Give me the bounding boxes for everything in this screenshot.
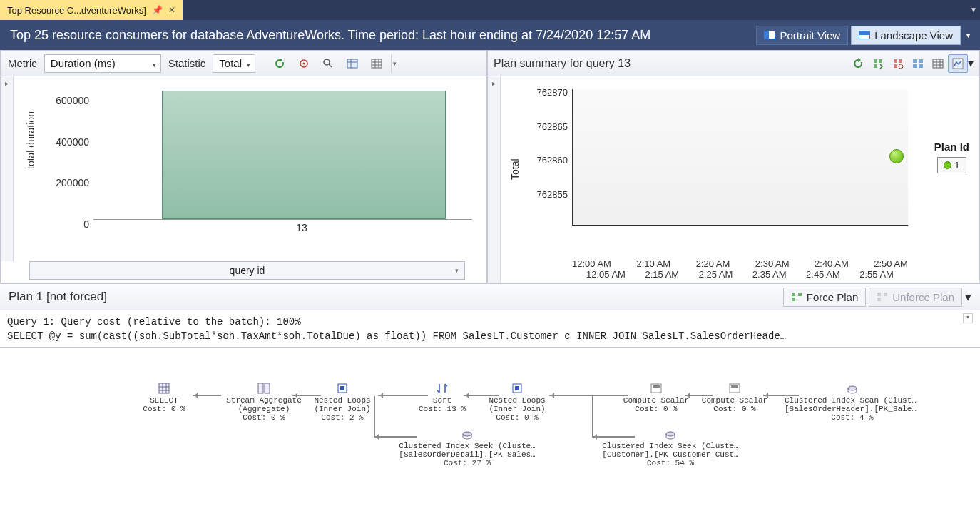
grid-detail-icon[interactable] bbox=[342, 54, 362, 73]
op-clustered-index-seek-1[interactable]: Clustered Index Seek (Cluste…[SalesOrder… bbox=[396, 428, 539, 467]
report-title: Top 25 resource consumers for database A… bbox=[10, 28, 756, 43]
force-plan-button[interactable]: Force Plan bbox=[783, 288, 867, 307]
metric-select[interactable]: Duration (ms)▾ bbox=[44, 54, 161, 73]
svg-rect-29 bbox=[651, 384, 661, 393]
chart-view-icon[interactable] bbox=[948, 54, 968, 73]
op-select[interactable]: SELECTCost: 0 % bbox=[128, 382, 200, 413]
op-clustered-index-seek-2[interactable]: Clustered Index Seek (Cluste…[Customer].… bbox=[599, 428, 742, 467]
legend-item-1[interactable]: 1 bbox=[937, 157, 966, 173]
svg-point-1 bbox=[303, 62, 305, 64]
left-pane-collapser[interactable]: ▸ bbox=[1, 76, 14, 261]
y-axis-label: Total bbox=[509, 158, 521, 180]
plan-summary-toolbar: Plan summary for query 13 ▾ bbox=[488, 51, 979, 76]
grid-icon[interactable] bbox=[367, 54, 387, 73]
plan-legend: Plan Id 1 bbox=[934, 141, 969, 173]
metric-label: Metric bbox=[5, 57, 40, 69]
target-icon[interactable] bbox=[294, 54, 314, 73]
y-axis-label: total duration bbox=[25, 111, 36, 169]
svg-rect-4 bbox=[372, 59, 382, 68]
svg-rect-7 bbox=[874, 64, 877, 68]
svg-point-11 bbox=[899, 64, 903, 69]
query-id-dropdown[interactable]: query id▾ bbox=[29, 261, 465, 280]
unforce-plan-button[interactable]: Unforce Plan bbox=[869, 288, 962, 307]
svg-point-2 bbox=[324, 59, 330, 65]
plan-title: Plan 1 [not forced] bbox=[9, 290, 107, 304]
svg-rect-14 bbox=[913, 64, 917, 68]
plan-info-bar: Plan 1 [not forced] Force Plan Unforce P… bbox=[0, 283, 980, 310]
plan-summary-title: Plan summary for query 13 bbox=[494, 57, 631, 70]
portrait-view-button[interactable]: Portrait View bbox=[756, 26, 848, 45]
refresh-icon[interactable] bbox=[848, 54, 868, 73]
legend-dot-icon bbox=[944, 161, 951, 169]
svg-rect-23 bbox=[877, 298, 881, 301]
svg-rect-16 bbox=[933, 59, 943, 68]
svg-rect-15 bbox=[919, 64, 923, 68]
op-compute-scalar-2[interactable]: Compute ScalarCost: 0 % bbox=[692, 382, 777, 413]
pin-icon[interactable]: 📌 bbox=[152, 5, 163, 15]
svg-rect-31 bbox=[730, 384, 740, 393]
resource-chart-toolbar: Metric Duration (ms)▾ Statistic Total▾ ▾ bbox=[1, 51, 486, 76]
svg-rect-25 bbox=[258, 383, 263, 393]
report-header: Top 25 resource consumers for database A… bbox=[0, 20, 980, 50]
left-toolbar-overflow[interactable]: ▾ bbox=[391, 54, 398, 73]
svg-rect-10 bbox=[894, 64, 897, 68]
svg-rect-22 bbox=[884, 293, 887, 296]
compare-plans-icon[interactable] bbox=[908, 54, 928, 73]
force-plan-icon[interactable] bbox=[868, 54, 888, 73]
op-nested-loops-2[interactable]: Nested Loops(Inner Join)Cost: 0 % bbox=[471, 382, 563, 422]
query-text-pane[interactable]: ▾Query 1: Query cost (relative to the ba… bbox=[0, 310, 980, 348]
execution-plan-diagram[interactable]: SELECTCost: 0 % Stream Aggregate(Aggrega… bbox=[0, 348, 980, 513]
close-icon[interactable]: ✕ bbox=[168, 5, 175, 15]
legend-title: Plan Id bbox=[934, 141, 969, 153]
document-tab-title: Top Resource C...dventureWorks] bbox=[7, 5, 146, 16]
portrait-icon bbox=[764, 31, 775, 39]
bar-query-13[interactable] bbox=[162, 91, 446, 219]
total-duration-chart[interactable]: total duration 600000 400000 200000 0 13 bbox=[14, 76, 486, 261]
svg-rect-21 bbox=[877, 293, 881, 296]
plan-point-1[interactable] bbox=[889, 149, 904, 163]
svg-rect-18 bbox=[792, 293, 795, 296]
svg-rect-9 bbox=[899, 59, 902, 63]
scroll-down-icon[interactable]: ▾ bbox=[963, 313, 973, 323]
right-toolbar-overflow[interactable]: ▾ bbox=[968, 56, 974, 70]
svg-rect-12 bbox=[913, 59, 917, 63]
plan-bar-overflow[interactable]: ▾ bbox=[965, 290, 971, 305]
op-compute-scalar-1[interactable]: Compute ScalarCost: 0 % bbox=[606, 382, 706, 413]
svg-rect-30 bbox=[653, 385, 660, 388]
statistic-select[interactable]: Total▾ bbox=[213, 54, 255, 73]
svg-rect-32 bbox=[731, 385, 738, 388]
svg-rect-6 bbox=[879, 59, 882, 63]
landscape-icon bbox=[859, 31, 870, 39]
refresh-icon[interactable] bbox=[270, 54, 290, 73]
svg-rect-26 bbox=[265, 383, 270, 393]
track-query-icon[interactable] bbox=[318, 54, 338, 73]
svg-rect-24 bbox=[159, 383, 169, 393]
svg-rect-19 bbox=[798, 293, 802, 296]
plan-summary-chart[interactable]: Total 762870 762865 762860 762855 12:00 … bbox=[501, 76, 979, 283]
document-tab-bar: Top Resource C...dventureWorks] 📌 ✕ ▼ bbox=[0, 0, 980, 20]
window-menu-dropdown[interactable]: ▼ bbox=[970, 6, 977, 14]
op-nested-loops-1[interactable]: Nested Loops(Inner Join)Cost: 2 % bbox=[300, 382, 385, 422]
svg-rect-3 bbox=[347, 59, 357, 68]
document-tab[interactable]: Top Resource C...dventureWorks] 📌 ✕ bbox=[0, 0, 183, 20]
plan-summary-pane: Plan summary for query 13 ▾ ▸ Total 7628… bbox=[487, 51, 980, 283]
svg-rect-13 bbox=[919, 59, 923, 63]
statistic-label: Statistic bbox=[165, 57, 209, 69]
svg-rect-8 bbox=[894, 59, 897, 63]
landscape-view-button[interactable]: Landscape View bbox=[851, 26, 961, 45]
view-overflow-dropdown[interactable]: ▾ bbox=[966, 31, 970, 39]
op-clustered-index-scan[interactable]: Clustered Index Scan (Cluste…[SalesOrder… bbox=[785, 382, 920, 422]
resource-chart-pane: Metric Duration (ms)▾ Statistic Total▾ ▾… bbox=[0, 51, 487, 283]
unforce-plan-icon[interactable] bbox=[888, 54, 908, 73]
svg-rect-20 bbox=[792, 298, 795, 301]
svg-rect-5 bbox=[874, 59, 877, 63]
right-pane-collapser[interactable]: ▸ bbox=[488, 76, 501, 283]
grid-icon[interactable] bbox=[928, 54, 948, 73]
view-mode-group: Portrait View Landscape View ▾ bbox=[756, 26, 970, 45]
x-tick: 13 bbox=[296, 222, 307, 233]
